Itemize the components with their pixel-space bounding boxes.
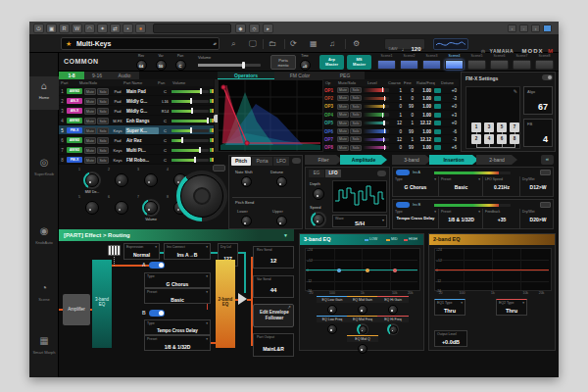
scene-button-8[interactable]: [535, 60, 554, 70]
sidebar-item-home[interactable]: ⌂Home: [29, 76, 59, 110]
fmx-feedback-box[interactable]: FB 4: [523, 119, 553, 147]
operator-ratio[interactable]: 1.00: [415, 129, 431, 134]
operator-row-op4[interactable]: OP4MuteSolo101.00+3: [323, 111, 459, 119]
ms-master-button[interactable]: MS Master: [347, 55, 371, 70]
operator-coarse[interactable]: 1: [391, 113, 402, 118]
operator-mute-button[interactable]: Mute: [337, 87, 349, 93]
assignable-knob-7[interactable]: [144, 201, 158, 215]
super-knob[interactable]: [180, 174, 223, 218]
operator-solo-button[interactable]: Solo: [350, 145, 362, 151]
operator-row-op8[interactable]: OP8MuteSolo0991.00+6: [323, 144, 459, 152]
eqlowfreq-knob[interactable]: [327, 324, 337, 334]
operator-mute-button[interactable]: Mute: [337, 128, 349, 134]
eq-band-dot-0[interactable]: [337, 269, 341, 272]
daw-right-button-0[interactable]: ▫: [508, 24, 516, 32]
part-output-select[interactable]: Part Output MainL&R: [253, 333, 294, 357]
part-pan[interactable]: C: [160, 138, 171, 143]
operator-fine[interactable]: 0: [403, 96, 414, 101]
operator-level-slider[interactable]: [364, 122, 389, 125]
bend-lower-knob[interactable]: [241, 216, 252, 226]
settings-icon[interactable]: ⚙: [353, 39, 360, 49]
part-volume-slider[interactable]: [172, 129, 209, 132]
operator-solo-button[interactable]: Solo: [350, 112, 362, 118]
assignable-knob-3[interactable]: [144, 173, 158, 187]
daw-right-button-2[interactable]: ↕: [531, 24, 540, 32]
operator-solo-button[interactable]: Solo: [350, 121, 362, 126]
operator-level-handle[interactable]: [384, 128, 386, 133]
operator-fine[interactable]: 1: [403, 121, 414, 125]
eq2-block[interactable]: 2-band EQ: [216, 260, 235, 348]
tempo-box[interactable]: DAW ♩ 120: [384, 38, 425, 50]
operator-ratio[interactable]: 1.00: [415, 113, 431, 118]
operator-solo-button[interactable]: Solo: [350, 136, 362, 142]
var-send-box[interactable]: Var Send 44: [253, 275, 294, 298]
sync-icon[interactable]: ⟳: [290, 39, 297, 49]
ins-field-type[interactable]: Type▾G Chorus: [393, 176, 438, 197]
expression-select[interactable]: Expression ▾ Normal: [123, 243, 160, 260]
eq2-graph[interactable]: +24+120-12-24: [434, 248, 552, 291]
part-name[interactable]: Mildly G...: [125, 98, 159, 105]
part-name[interactable]: Main Pad: [125, 88, 159, 95]
notes-icon[interactable]: ♫: [329, 39, 335, 49]
sidebar-item-scene[interactable]: ◔Scene: [29, 278, 59, 312]
portamento-button[interactable]: Porta mento: [270, 55, 296, 70]
part-solo-button[interactable]: Solo: [97, 157, 109, 164]
part-row-7[interactable]: 7AWM2MuteSoloKeysMulti Pi...C: [59, 145, 214, 155]
pitch-toggle-button[interactable]: [292, 158, 301, 164]
operator-detune[interactable]: +0: [442, 104, 457, 109]
expression-source-icon[interactable]: [108, 245, 121, 256]
assignable-knob-6[interactable]: [115, 201, 128, 215]
operator-mute-button[interactable]: Mute: [337, 112, 349, 118]
operator-level-handle[interactable]: [384, 145, 386, 150]
part-row-5[interactable]: 5FM-XMuteSoloKeysSuper K...C: [59, 125, 214, 135]
ins-field-type[interactable]: Type▾Tempo Cross Delay: [393, 209, 438, 229]
ins-enable-toggle[interactable]: [396, 202, 410, 208]
part-mute-button[interactable]: Mute: [84, 157, 96, 164]
daw-button-0[interactable]: ⏻: [33, 24, 44, 33]
ins-edit-button[interactable]: [540, 202, 551, 208]
scene-button-1[interactable]: [377, 60, 396, 70]
assignable-knob-2[interactable]: [115, 173, 128, 187]
assignable-knob-5[interactable]: [85, 201, 99, 215]
operator-row-op7[interactable]: OP7MuteSolo12112.12-3: [323, 135, 459, 143]
part-volume-handle[interactable]: [181, 137, 183, 143]
part-solo-button[interactable]: Solo: [97, 137, 109, 144]
spinner-icon[interactable]: ▴▾: [213, 41, 216, 46]
operator-detune[interactable]: -3: [442, 137, 457, 142]
operator-fine[interactable]: 0: [403, 88, 414, 93]
part-row-1[interactable]: 1AWM2MuteSoloPadMain PadC: [59, 86, 214, 96]
operator-envelope-graph[interactable]: [218, 79, 323, 152]
scene-button-5[interactable]: [467, 60, 486, 70]
ins-a-preset-select[interactable]: Preset ▾ Basic: [144, 288, 211, 304]
ins-field-drywet[interactable]: Dry/WetD20>W: [519, 209, 555, 229]
operator-coarse[interactable]: 0: [391, 145, 402, 150]
part-pan[interactable]: C: [160, 128, 171, 133]
part-volume-slider[interactable]: [172, 149, 209, 152]
operator-level-slider[interactable]: [364, 113, 389, 117]
tab-3band[interactable]: 3-band: [392, 155, 431, 165]
eqmidfreq-knob[interactable]: [359, 325, 368, 334]
daw-button-2[interactable]: R: [59, 24, 70, 33]
ins-connect-select[interactable]: Ins Connect ▾ Ins A→B: [164, 243, 211, 260]
eqmidq-knob[interactable]: [358, 344, 368, 354]
edit-envelope-follower-button[interactable]: Edit Envelope Follower ↗: [253, 304, 294, 327]
operator-row-op5[interactable]: OP5MuteSolo12112.12+0: [323, 120, 459, 127]
operator-fine[interactable]: 99: [403, 145, 414, 150]
operator-level-slider[interactable]: [364, 138, 389, 142]
operator-fine[interactable]: 99: [403, 129, 414, 134]
part-volume-handle[interactable]: [207, 118, 209, 123]
tab-insertion[interactable]: Insertion: [429, 155, 478, 165]
daw-mid-button-0[interactable]: ◆: [235, 24, 246, 33]
ins-field-preset[interactable]: Preset▾Basic: [438, 176, 482, 197]
display-icon[interactable]: 🖵: [249, 39, 257, 49]
operator-solo-button[interactable]: Solo: [350, 87, 362, 93]
ins-b-type-select[interactable]: Type ▾ Tempo Cross Delay: [144, 319, 211, 335]
rev-send-box[interactable]: Rev Send 12: [253, 246, 294, 269]
part-mute-button[interactable]: Mute: [84, 147, 96, 154]
ins-a-toggle[interactable]: [149, 262, 165, 269]
part-row-8[interactable]: 8FM-XMuteSoloKeysFM Robo...C: [59, 155, 214, 165]
operator-coarse[interactable]: 1: [391, 96, 402, 101]
part-mute-button[interactable]: Mute: [84, 98, 96, 105]
part-mute-button[interactable]: Mute: [84, 137, 96, 144]
operator-ratio[interactable]: 12.12: [415, 137, 431, 142]
